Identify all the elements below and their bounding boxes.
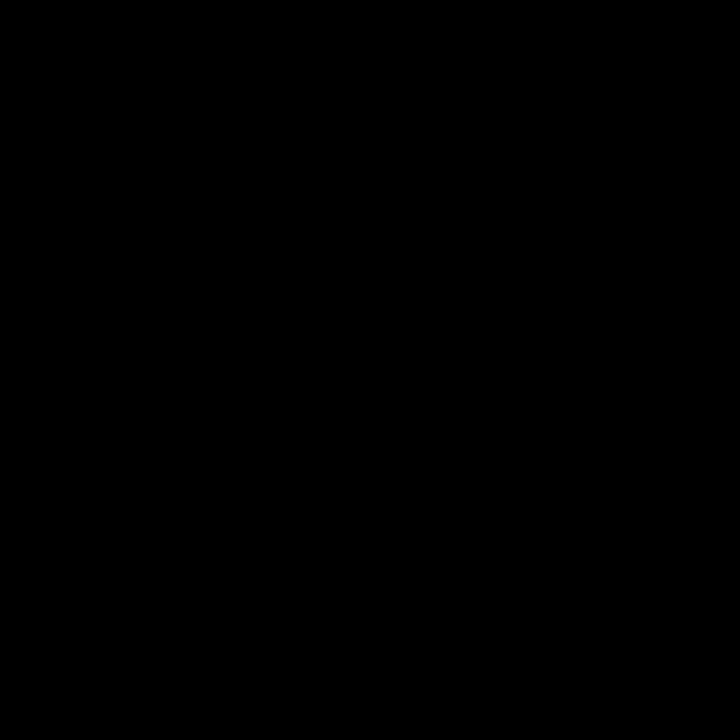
chart-frame bbox=[0, 0, 728, 728]
optimal-point-marker bbox=[0, 0, 8, 6]
bottleneck-chart bbox=[0, 0, 728, 728]
